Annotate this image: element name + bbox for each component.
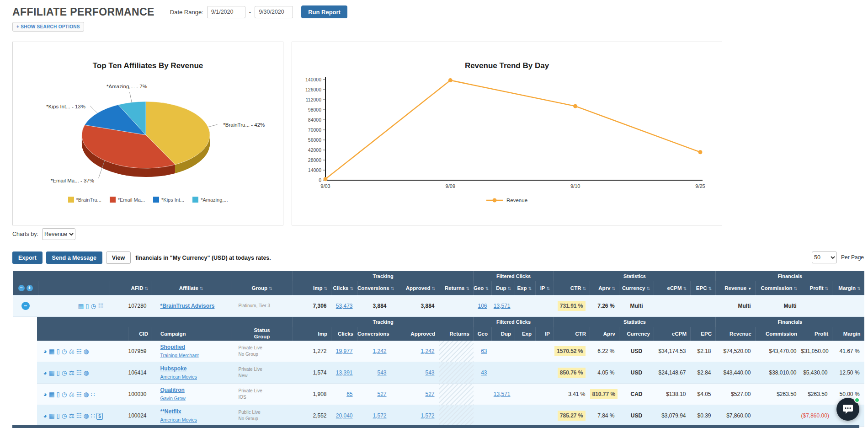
footprints-icon[interactable]: ∷ [91, 412, 95, 419]
date-from-input[interactable] [207, 6, 245, 18]
col-header-margin[interactable]: Margin⇅ [832, 281, 864, 295]
calendar-icon[interactable]: ▦ [49, 348, 55, 355]
footprints-icon[interactable]: ∷ [91, 391, 95, 398]
col-header-group[interactable]: Group⇅ [231, 281, 293, 295]
conversions-link[interactable]: 543 [377, 369, 386, 376]
clicks-link[interactable]: 20,040 [336, 412, 353, 419]
conversions-link[interactable]: 527 [377, 391, 386, 397]
show-search-options-button[interactable]: + SHOW SEARCH OPTIONS [12, 22, 84, 32]
col-header-currency[interactable]: Currency⇅ [619, 281, 654, 295]
charts-by-select[interactable]: Revenue [42, 228, 75, 240]
clock-icon[interactable]: ◷ [62, 391, 67, 398]
geo-link[interactable]: 43 [481, 369, 487, 376]
pie-chart-icon[interactable]: ◕ [43, 369, 47, 376]
run-report-button[interactable]: Run Report [301, 5, 347, 18]
campaign-link[interactable]: Shopified [160, 344, 186, 350]
conversions-link[interactable]: 1,572 [373, 412, 386, 419]
conversions-link[interactable]: 1,242 [373, 348, 386, 354]
col-header-ip[interactable]: IP⇅ [536, 281, 554, 295]
clicks-link[interactable]: 19,977 [336, 348, 353, 354]
campaign-link[interactable]: Hubspoke [160, 365, 187, 372]
dup-link[interactable]: 13,571 [494, 391, 511, 397]
mobile-icon[interactable]: ▯ [56, 412, 59, 419]
collapse-all-button[interactable]: − [18, 285, 25, 291]
pie-chart-icon[interactable]: ◕ [43, 412, 47, 419]
sitemap-icon[interactable]: ☷ [98, 302, 103, 310]
scales-icon[interactable]: ⚖ [69, 369, 75, 376]
mobile-icon[interactable]: ▯ [85, 302, 89, 310]
collapse-affiliate-button[interactable]: − [21, 302, 30, 310]
globe-icon[interactable]: ◍ [84, 348, 89, 355]
scales-icon[interactable]: ⚖ [69, 391, 75, 398]
col-header-aprv[interactable]: Aprv⇅ [590, 281, 619, 295]
campaign-link[interactable]: **Netflix [160, 408, 181, 415]
clock-icon[interactable]: ◷ [62, 412, 67, 419]
approved-link[interactable]: 527 [425, 391, 434, 397]
col-header-ecpm[interactable]: eCPM⇅ [654, 281, 691, 295]
col-header-dup[interactable]: Dup⇅ [492, 281, 515, 295]
col-header-affiliate[interactable]: Affiliate⇅ [151, 281, 231, 295]
mobile-icon[interactable]: ▯ [56, 348, 59, 355]
col-header-conversions[interactable]: Conversions⇅ [357, 281, 391, 295]
calendar-icon[interactable]: ▦ [49, 369, 55, 376]
mobile-icon[interactable]: ▯ [56, 369, 59, 376]
export-button[interactable]: Export [12, 251, 43, 264]
approved-link[interactable]: 1,242 [421, 348, 434, 354]
scales-icon[interactable]: ⚖ [69, 348, 75, 355]
clock-icon[interactable]: ◷ [62, 369, 67, 376]
sitemap-icon[interactable]: ☷ [76, 391, 82, 398]
mobile-icon[interactable]: ▯ [56, 391, 59, 398]
clock-icon[interactable]: ◷ [91, 302, 96, 310]
col-header-approved[interactable]: Approved⇅ [391, 281, 439, 295]
globe-icon[interactable]: ◍ [84, 369, 89, 376]
col-header-epc[interactable]: EPC⇅ [691, 281, 716, 295]
approved-link[interactable]: 543 [425, 369, 434, 376]
dollar-box-icon[interactable]: $ [96, 413, 103, 420]
col-header-revenue[interactable]: Revenue▼ [716, 281, 756, 295]
clicks-link[interactable]: 65 [346, 391, 352, 397]
clicks-link[interactable]: 53,473 [336, 303, 353, 309]
expand-all-button[interactable]: + [27, 285, 33, 291]
col-header-afid[interactable]: AFID⇅ [110, 281, 151, 295]
affiliate-link[interactable]: *BrainTrust Advisors [160, 303, 215, 309]
campaign-brand-link[interactable]: American Movies [160, 417, 197, 423]
campaign-brand-link[interactable]: Gavin Grow [160, 396, 186, 401]
line-chart: 0140002800042000560007000084000980001120… [293, 75, 721, 214]
pie-chart-icon[interactable]: ◕ [43, 391, 47, 398]
chat-widget-button[interactable] [836, 398, 859, 421]
sitemap-icon[interactable]: ☷ [76, 369, 82, 376]
approved-link[interactable]: 1,572 [421, 412, 434, 419]
geo-link[interactable]: 63 [481, 348, 487, 354]
scales-icon[interactable]: ⚖ [69, 412, 75, 419]
col-header-imp[interactable]: Imp⇅ [293, 281, 331, 295]
col-header-commission[interactable]: Commission⇅ [756, 281, 801, 295]
col-header-clicks[interactable]: Clicks⇅ [331, 281, 357, 295]
col-header-geo[interactable]: Geo⇅ [474, 281, 492, 295]
sitemap-icon[interactable]: ☷ [76, 412, 82, 419]
col-header-returns[interactable]: Returns⇅ [439, 281, 474, 295]
geo-link[interactable]: 106 [478, 303, 487, 309]
per-page-select[interactable]: 50 [812, 251, 837, 263]
col-header-profit[interactable]: Profit⇅ [801, 281, 832, 295]
sort-icon: ⇅ [466, 286, 469, 291]
date-to-input[interactable] [255, 6, 293, 18]
globe-icon[interactable]: ◍ [84, 391, 89, 398]
calendar-icon[interactable]: ▦ [49, 391, 55, 398]
clicks-link[interactable]: 13,391 [336, 369, 353, 376]
col-header-exp[interactable]: Exp⇅ [515, 281, 536, 295]
col-header-ctr[interactable]: CTR⇅ [554, 281, 590, 295]
send-message-button[interactable]: Send a Message [46, 251, 102, 264]
campaign-brand-link[interactable]: American Movies [160, 374, 197, 380]
sitemap-icon[interactable]: ☷ [76, 348, 82, 355]
clock-icon[interactable]: ◷ [62, 348, 67, 355]
cell-ecpm: $3,079.94 [654, 405, 691, 427]
dup-link[interactable]: 13,571 [494, 303, 511, 309]
pie-chart-icon[interactable]: ◕ [43, 348, 47, 355]
calendar-icon[interactable]: ▦ [49, 412, 55, 419]
campaign-brand-link[interactable]: Training Merchant [160, 353, 199, 358]
campaign-link[interactable]: Qualitron [160, 387, 185, 393]
sort-icon: ⇅ [547, 286, 550, 291]
calendar-icon[interactable]: ▦ [78, 302, 84, 310]
globe-icon[interactable]: ◍ [84, 412, 89, 419]
view-button[interactable]: View [106, 251, 131, 264]
